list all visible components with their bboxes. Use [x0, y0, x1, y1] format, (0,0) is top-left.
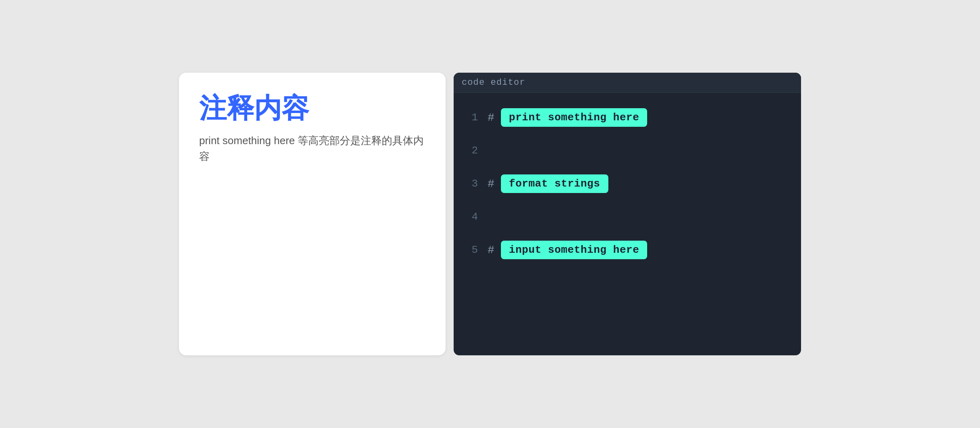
code-line-2: 2	[454, 134, 801, 167]
editor-titlebar: code editor	[454, 73, 801, 93]
editor-body: 1 # print something here 2 3 # format st…	[454, 93, 801, 355]
page-title: 注释内容	[199, 93, 425, 123]
line-number-2: 2	[462, 145, 478, 157]
code-line-4: 4	[454, 200, 801, 233]
line-number-5: 5	[462, 244, 478, 256]
code-editor-panel: code editor 1 # print something here 2 3…	[454, 73, 801, 355]
main-container: 注释内容 print something here 等高亮部分是注释的具体内容 …	[179, 73, 801, 355]
line-number-3: 3	[462, 178, 478, 190]
highlight-badge-1: print something here	[501, 108, 647, 127]
comment-hash-3: #	[488, 178, 494, 190]
left-panel: 注释内容 print something here 等高亮部分是注释的具体内容	[179, 73, 446, 355]
page-description: print something here 等高亮部分是注释的具体内容	[199, 133, 425, 164]
line-number-4: 4	[462, 211, 478, 223]
highlight-badge-5: input something here	[501, 241, 647, 259]
comment-hash-5: #	[488, 244, 494, 256]
code-line-3: 3 # format strings	[454, 167, 801, 200]
editor-title: code editor	[462, 78, 525, 88]
highlight-badge-3: format strings	[501, 174, 608, 193]
line-number-1: 1	[462, 111, 478, 124]
code-line-5: 5 # input something here	[454, 233, 801, 266]
comment-hash-1: #	[488, 111, 494, 124]
code-line-1: 1 # print something here	[454, 101, 801, 134]
